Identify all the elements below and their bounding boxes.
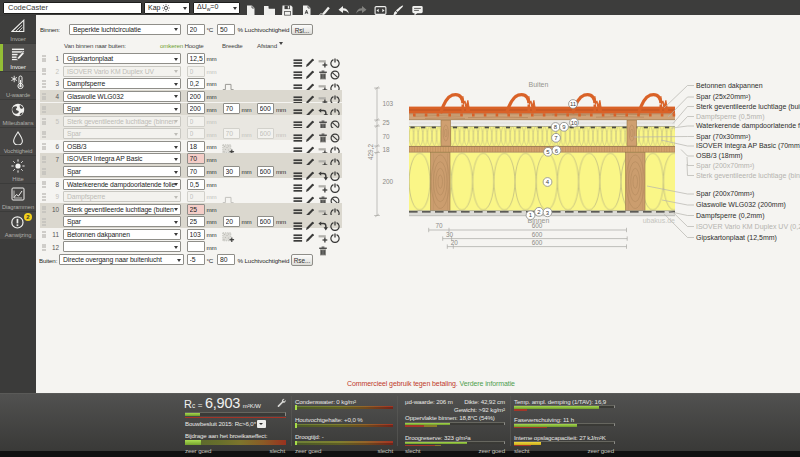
component-type-select[interactable]: Kap: [144, 2, 190, 14]
sidebar-item-aanwijzing[interactable]: 2Aanwijzing: [0, 212, 36, 239]
width-input[interactable]: [223, 103, 240, 114]
redo-icon[interactable]: [355, 2, 368, 13]
sign-document-icon[interactable]: [318, 2, 331, 13]
drag-handle[interactable]: [42, 131, 48, 138]
layer-marker-1[interactable]: 1: [526, 211, 535, 220]
new-document-icon[interactable]: [244, 2, 257, 13]
sidebar-item-vochtigheid[interactable]: Vochtigheid: [0, 128, 36, 155]
height-input[interactable]: [187, 66, 205, 77]
column-header-distance[interactable]: Afstand: [257, 42, 283, 49]
edit-layer-icon[interactable]: [305, 54, 315, 64]
distance-input[interactable]: [257, 216, 274, 227]
export-pdf-icon[interactable]: [300, 2, 313, 13]
save-icon[interactable]: [281, 2, 294, 13]
edit-layer-icon[interactable]: [305, 66, 315, 76]
layer-marker-10[interactable]: 10: [570, 118, 579, 127]
edit-layer-icon[interactable]: [305, 192, 315, 202]
insert-layer-icon[interactable]: [318, 179, 328, 189]
width-input[interactable]: [223, 166, 240, 177]
edit-layer-icon[interactable]: [305, 104, 315, 114]
layer-menu-icon[interactable]: [293, 229, 303, 239]
height-input[interactable]: [187, 241, 205, 252]
rsi-button[interactable]: Rsi...: [291, 24, 313, 36]
edit-layer-icon[interactable]: [305, 91, 315, 101]
toggle-layer-icon[interactable]: [330, 79, 340, 89]
material-select[interactable]: [63, 241, 181, 252]
edit-layer-icon[interactable]: [305, 167, 315, 177]
edit-layer-icon[interactable]: [305, 179, 315, 189]
notice-link[interactable]: Verdere informatie: [459, 380, 514, 387]
material-select[interactable]: ISOVER Vario KM Duplex UV: [63, 66, 181, 77]
layer-marker-4[interactable]: 4: [543, 178, 552, 187]
material-select[interactable]: Spar: [63, 128, 181, 139]
toggle-layer-icon[interactable]: [330, 217, 340, 227]
material-select[interactable]: Waterkerende dampdoorlatende folie: [63, 179, 181, 190]
height-input[interactable]: [187, 78, 205, 89]
layer-menu-icon[interactable]: [293, 66, 303, 76]
sidebar-item-milieubalans[interactable]: Milieubalans: [0, 100, 36, 127]
layer-menu-icon[interactable]: [293, 179, 303, 189]
repaint-icon[interactable]: [392, 2, 405, 13]
material-select[interactable]: Sterk geventileerde luchtlage (buiten: [63, 204, 181, 215]
height-input[interactable]: [187, 204, 205, 215]
layer-menu-icon[interactable]: [293, 217, 303, 227]
material-select[interactable]: Gipskartonplaat: [63, 53, 181, 64]
layer-marker-5[interactable]: 5: [544, 147, 553, 156]
inside-temperature-input[interactable]: [187, 24, 205, 35]
layer-marker-2[interactable]: 2: [535, 207, 544, 216]
inside-humidity-input[interactable]: [217, 24, 235, 35]
toggle-layer-icon[interactable]: [330, 104, 340, 114]
feedback-icon[interactable]: [411, 2, 424, 13]
insert-layer-icon[interactable]: [318, 229, 328, 239]
height-input[interactable]: [187, 166, 205, 177]
edit-layer-icon[interactable]: [305, 204, 315, 214]
material-select[interactable]: Glaswolle WLG032: [63, 91, 181, 102]
edit-layer-icon[interactable]: [305, 79, 315, 89]
layer-menu-icon[interactable]: [293, 192, 303, 202]
material-select[interactable]: OSB/3: [63, 141, 181, 152]
edit-layer-icon[interactable]: [305, 142, 315, 152]
layer-disabled-icon[interactable]: [330, 116, 340, 126]
distance-input[interactable]: [257, 128, 274, 139]
toggle-layer-icon[interactable]: [330, 91, 340, 101]
delete-layer-icon[interactable]: [318, 242, 328, 252]
material-select[interactable]: Betonnen dakpannen: [63, 229, 181, 240]
layer-marker-11[interactable]: 11: [569, 100, 578, 109]
sidebar-item-invoer[interactable]: Invoer: [0, 44, 36, 71]
toggle-layer-icon[interactable]: [330, 229, 340, 239]
distance-input[interactable]: [257, 166, 274, 177]
sidebar-item-invoer[interactable]: Invoer: [0, 16, 36, 43]
layer-marker-8[interactable]: 8: [551, 123, 560, 132]
layer-menu-icon[interactable]: [293, 129, 303, 139]
edit-layer-icon[interactable]: [305, 116, 315, 126]
code-select-dropdown[interactable]: [257, 420, 266, 428]
sidebar-item-uwaarde[interactable]: U-waarde: [0, 72, 36, 99]
layer-menu-icon[interactable]: [293, 167, 303, 177]
width-input[interactable]: [223, 216, 240, 227]
material-select[interactable]: Spar: [63, 103, 181, 114]
insert-layer-icon[interactable]: [318, 204, 328, 214]
height-input[interactable]: [187, 103, 205, 114]
layer-marker-6[interactable]: 6: [552, 146, 561, 155]
layer-disabled-icon[interactable]: [330, 129, 340, 139]
layer-disabled-icon[interactable]: [330, 192, 340, 202]
reset-layer-icon[interactable]: [318, 217, 328, 227]
fullscreen-icon[interactable]: [374, 2, 387, 13]
insert-layer-icon[interactable]: [318, 54, 328, 64]
layer-menu-icon[interactable]: [293, 142, 303, 152]
delete-layer-icon[interactable]: [318, 66, 328, 76]
toggle-layer-icon[interactable]: [330, 179, 340, 189]
layer-marker-9[interactable]: 9: [560, 122, 569, 131]
edit-layer-icon[interactable]: [305, 154, 315, 164]
insert-layer-icon[interactable]: [318, 79, 328, 89]
edit-layer-icon[interactable]: [305, 229, 315, 239]
toggle-layer-icon[interactable]: [330, 154, 340, 164]
layer-menu-icon[interactable]: [293, 79, 303, 89]
drag-handle[interactable]: [42, 106, 48, 113]
layer-menu-icon[interactable]: [293, 204, 303, 214]
reverse-direction-link[interactable]: omkeren: [160, 42, 183, 49]
correction-mode-select[interactable]: ΔUw=0: [193, 2, 240, 14]
inside-climate-select[interactable]: Beperkte luchtcirculatie: [69, 24, 181, 35]
wrench-icon[interactable]: [277, 398, 286, 407]
height-input[interactable]: [187, 191, 205, 202]
